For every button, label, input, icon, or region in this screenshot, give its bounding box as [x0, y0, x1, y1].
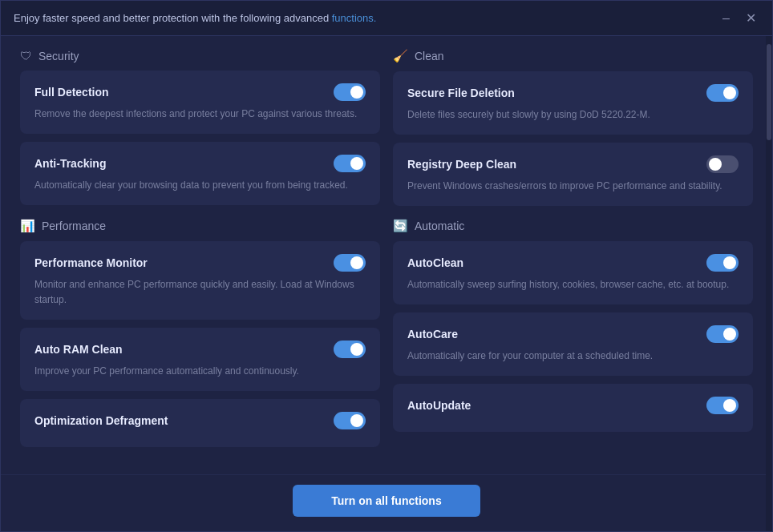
- card-auto-ram-clean: Auto RAM Clean Improve your PC performan…: [20, 328, 380, 391]
- card-autoupdate-title: AutoUpdate: [407, 399, 471, 412]
- functions-link[interactable]: functions.: [332, 12, 377, 24]
- automatic-icon: 🔄: [393, 219, 408, 233]
- card-autoclean-title: AutoClean: [407, 256, 463, 269]
- scrollbar-thumb: [767, 44, 771, 140]
- section-automatic-label: Automatic: [415, 220, 464, 232]
- card-full-detection-title: Full Detection: [34, 86, 109, 99]
- card-registry-deep-clean-title: Registry Deep Clean: [407, 158, 516, 171]
- toggle-autoclean[interactable]: [706, 254, 739, 272]
- card-registry-deep-clean: Registry Deep Clean Prevent Windows cras…: [393, 143, 753, 206]
- close-button[interactable]: ✕: [743, 10, 759, 26]
- toggle-autocare[interactable]: [706, 325, 739, 343]
- card-full-detection-desc: Remove the deepest infections and protec…: [34, 108, 357, 119]
- card-performance-monitor: Performance Monitor Monitor and enhance …: [20, 241, 380, 320]
- toggle-autoupdate-slider: [706, 397, 739, 414]
- card-autocare: AutoCare Automatically care for your com…: [393, 312, 753, 376]
- turn-on-all-button[interactable]: Turn on all functions: [293, 485, 480, 517]
- section-security-label: Security: [38, 50, 79, 62]
- performance-icon: 📊: [20, 219, 35, 233]
- card-optimization-defragment-header: Optimization Defragment: [34, 412, 366, 429]
- toggle-autocare-slider: [706, 325, 739, 343]
- toggle-performance-monitor[interactable]: [334, 254, 366, 272]
- toggle-auto-ram-clean[interactable]: [334, 341, 366, 358]
- toggle-full-detection[interactable]: [334, 83, 366, 101]
- toggle-registry-deep-clean[interactable]: [706, 155, 739, 173]
- toggle-optimization-defragment[interactable]: [334, 412, 366, 429]
- card-secure-file-deletion-header: Secure File Deletion: [407, 84, 739, 102]
- bottom-sections-row: 📊 Performance Performance Monitor Monito…: [20, 219, 753, 447]
- card-optimization-defragment-title: Optimization Defragment: [34, 414, 168, 427]
- card-autocare-header: AutoCare: [407, 325, 739, 343]
- card-registry-deep-clean-desc: Prevent Windows crashes/errors to improv…: [407, 180, 722, 191]
- toggle-secure-file-deletion-slider: [706, 84, 739, 102]
- card-autoclean-header: AutoClean: [407, 254, 739, 272]
- card-full-detection: Full Detection Remove the deepest infect…: [20, 71, 380, 134]
- toggle-full-detection-slider: [334, 83, 366, 101]
- section-security: 🛡 Security Full Detection Remove the dee…: [20, 49, 380, 206]
- section-automatic-header: 🔄 Automatic: [393, 219, 753, 233]
- security-icon: 🛡: [20, 49, 32, 62]
- titlebar: Enjoy faster speed and better protection…: [1, 1, 772, 36]
- top-sections-row: 🛡 Security Full Detection Remove the dee…: [20, 49, 753, 206]
- card-autoclean: AutoClean Automatically sweep surfing hi…: [393, 241, 753, 304]
- toggle-performance-monitor-slider: [334, 254, 366, 272]
- main-window: Enjoy faster speed and better protection…: [0, 0, 773, 532]
- card-autocare-title: AutoCare: [407, 328, 458, 341]
- card-secure-file-deletion-desc: Delete files securely but slowly by usin…: [407, 109, 650, 120]
- card-auto-ram-clean-title: Auto RAM Clean: [34, 343, 123, 356]
- card-auto-ram-clean-desc: Improve your PC performance automaticall…: [34, 365, 299, 377]
- card-autocare-desc: Automatically care for your computer at …: [407, 350, 653, 361]
- content-area: 🛡 Security Full Detection Remove the dee…: [1, 36, 772, 474]
- section-security-header: 🛡 Security: [20, 49, 380, 62]
- card-secure-file-deletion: Secure File Deletion Delete files secure…: [393, 71, 753, 135]
- card-secure-file-deletion-title: Secure File Deletion: [407, 87, 515, 99]
- card-autoupdate: AutoUpdate: [393, 384, 753, 432]
- section-performance: 📊 Performance Performance Monitor Monito…: [20, 219, 380, 447]
- section-performance-label: Performance: [42, 220, 106, 232]
- scrollbar[interactable]: [766, 36, 772, 531]
- card-autoupdate-header: AutoUpdate: [407, 397, 739, 414]
- card-optimization-defragment: Optimization Defragment: [20, 399, 380, 447]
- toggle-registry-deep-clean-slider: [706, 155, 739, 173]
- toggle-autoclean-slider: [706, 254, 739, 272]
- toggle-optimization-defragment-slider: [334, 412, 366, 429]
- section-clean-label: Clean: [415, 50, 444, 62]
- clean-icon: 🧹: [393, 49, 408, 63]
- card-anti-tracking-title: Anti-Tracking: [34, 157, 106, 170]
- toggle-anti-tracking-slider: [334, 155, 366, 172]
- card-full-detection-header: Full Detection: [34, 83, 366, 101]
- titlebar-message: Enjoy faster speed and better protection…: [14, 12, 376, 24]
- card-performance-monitor-title: Performance Monitor: [34, 256, 148, 269]
- card-anti-tracking-header: Anti-Tracking: [34, 155, 366, 172]
- section-automatic: 🔄 Automatic AutoClean Automatically swee…: [393, 219, 753, 447]
- card-performance-monitor-desc: Monitor and enhance PC performance quick…: [34, 279, 354, 305]
- section-clean-header: 🧹 Clean: [393, 49, 753, 63]
- card-anti-tracking: Anti-Tracking Automatically clear your b…: [20, 142, 380, 205]
- card-auto-ram-clean-header: Auto RAM Clean: [34, 341, 366, 358]
- card-anti-tracking-desc: Automatically clear your browsing data t…: [34, 179, 348, 191]
- titlebar-controls: – ✕: [719, 10, 759, 26]
- card-performance-monitor-header: Performance Monitor: [34, 254, 366, 272]
- section-performance-header: 📊 Performance: [20, 219, 380, 233]
- section-clean: 🧹 Clean Secure File Deletion Delete file…: [393, 49, 753, 206]
- toggle-secure-file-deletion[interactable]: [706, 84, 739, 102]
- toggle-anti-tracking[interactable]: [334, 155, 366, 172]
- minimize-button[interactable]: –: [719, 10, 733, 26]
- toggle-autoupdate[interactable]: [706, 397, 739, 414]
- card-registry-deep-clean-header: Registry Deep Clean: [407, 155, 739, 173]
- toggle-auto-ram-clean-slider: [334, 341, 366, 358]
- card-autoclean-desc: Automatically sweep surfing history, coo…: [407, 279, 729, 290]
- footer: Turn on all functions: [1, 474, 772, 531]
